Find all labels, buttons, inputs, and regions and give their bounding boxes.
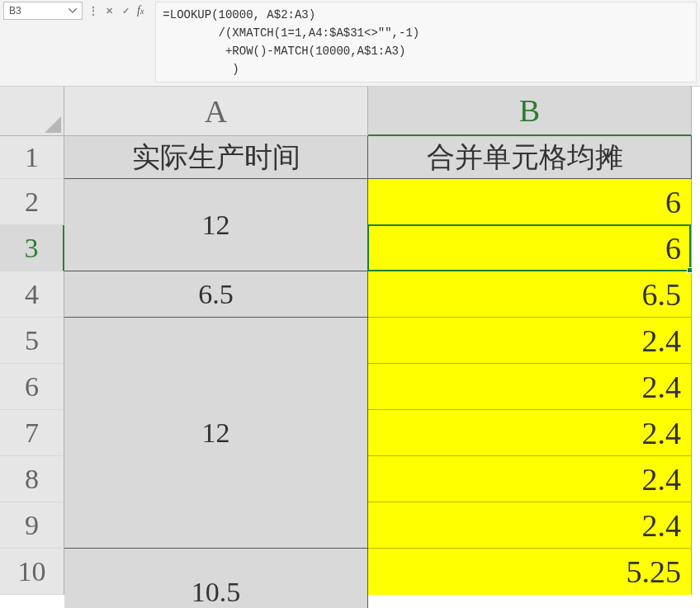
spreadsheet-grid: A B 1 2 3 4 5 6 7 8 9 10 实际生产时间 12 6.5 1… [0,87,700,608]
cell-b10[interactable]: 5.25 [368,549,692,595]
cancel-icon[interactable]: ✕ [102,4,116,17]
row-header-1[interactable]: 1 [0,136,64,179]
fx-icon[interactable]: fx [135,4,145,17]
row-header-4[interactable]: 4 [0,271,64,318]
chevron-down-icon[interactable] [69,8,77,13]
formula-bar: B3 ⋮ ✕ ✓ fx =LOOKUP(10000, A$2:A3) /(XMA… [0,0,700,87]
cell-a4[interactable]: 6.5 [64,271,368,318]
select-all-corner[interactable] [0,87,64,136]
cell-b9[interactable]: 2.4 [368,502,692,549]
formula-controls: ⋮ ✕ ✓ fx [86,2,145,20]
cell-b1[interactable]: 合并单元格均摊 [368,136,692,179]
row-header-9[interactable]: 9 [0,502,64,549]
cell-a1[interactable]: 实际生产时间 [64,136,368,179]
column-headers: A B [0,87,700,136]
name-box[interactable]: B3 [3,2,83,20]
more-icon[interactable]: ⋮ [86,4,99,17]
cell-b3[interactable]: 6 [368,225,692,271]
cell-b4[interactable]: 6.5 [368,271,692,318]
grid-body: 1 2 3 4 5 6 7 8 9 10 实际生产时间 12 6.5 12 10… [0,136,700,608]
cell-a5-a9-merged[interactable]: 12 [64,318,368,549]
column-a: 实际生产时间 12 6.5 12 10.5 [64,136,368,608]
cell-b5[interactable]: 2.4 [368,318,692,364]
cell-b2[interactable]: 6 [368,179,692,225]
column-b: 合并单元格均摊 6 6 6.5 2.4 2.4 2.4 2.4 2.4 5.25 [368,136,692,608]
column-header-a[interactable]: A [64,87,368,136]
confirm-icon[interactable]: ✓ [119,4,132,17]
row-header-10[interactable]: 10 [0,549,64,595]
cell-b6[interactable]: 2.4 [368,364,692,410]
row-header-7[interactable]: 7 [0,410,64,456]
row-header-8[interactable]: 8 [0,456,64,502]
cell-b8[interactable]: 2.4 [368,456,692,502]
row-header-5[interactable]: 5 [0,318,64,364]
row-header-2[interactable]: 2 [0,179,64,225]
formula-input[interactable]: =LOOKUP(10000, A$2:A3) /(XMATCH(1=1,A4:$… [155,2,697,82]
row-header-6[interactable]: 6 [0,364,64,410]
cell-reference: B3 [9,5,21,16]
cell-b7[interactable]: 2.4 [368,410,692,456]
row-headers: 1 2 3 4 5 6 7 8 9 10 [0,136,64,608]
column-header-b[interactable]: B [368,87,692,136]
cell-a10-merged[interactable]: 10.5 [64,549,368,608]
row-header-3[interactable]: 3 [0,225,64,271]
cell-a2-a3-merged[interactable]: 12 [64,179,368,271]
